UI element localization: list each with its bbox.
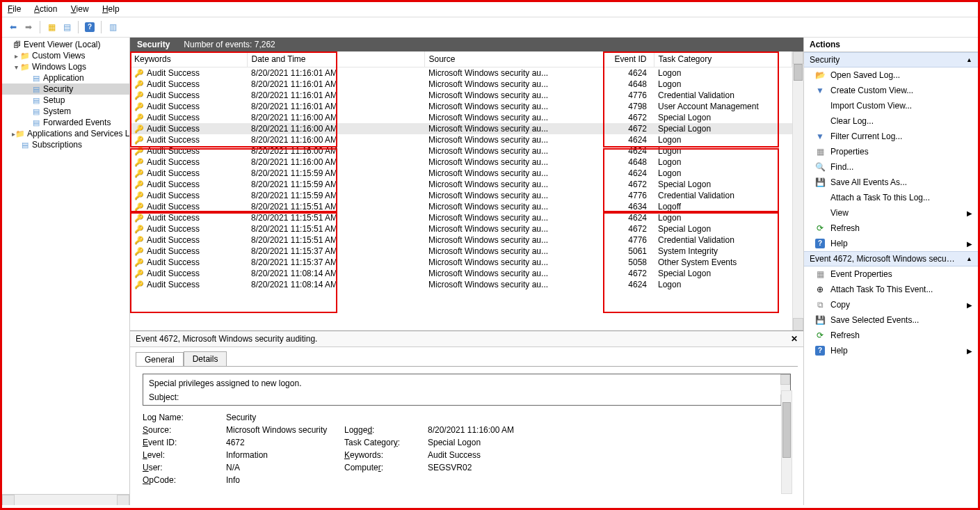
key-icon: 🔑 xyxy=(134,136,144,145)
tab-details[interactable]: Details xyxy=(184,351,227,366)
chevron-right-icon: ▶ xyxy=(967,209,972,217)
action-event-properties[interactable]: ▦Event Properties xyxy=(804,266,978,282)
action-save-all[interactable]: 💾Save All Events As... xyxy=(804,175,978,190)
event-row[interactable]: 🔑Audit Success8/20/2021 11:16:01 AMMicro… xyxy=(130,67,792,79)
filter-icon: ▼ xyxy=(814,131,826,142)
tree-setup[interactable]: ▤ Setup xyxy=(2,95,129,106)
event-row[interactable]: 🔑Audit Success8/20/2021 11:15:51 AMMicro… xyxy=(130,201,792,212)
show-pane-icon[interactable]: ▤ xyxy=(60,20,74,34)
chevron-right-icon: ▶ xyxy=(967,347,972,355)
folder-icon: 📁 xyxy=(20,62,30,72)
chevron-right-icon: ▶ xyxy=(967,240,972,248)
create-view-icon: ▼ xyxy=(814,85,826,96)
action-copy[interactable]: ⧉Copy▶ xyxy=(804,297,978,312)
tree-system[interactable]: ▤ System xyxy=(2,106,129,117)
event-row[interactable]: 🔑Audit Success8/20/2021 11:15:51 AMMicro… xyxy=(130,223,792,234)
event-row[interactable]: 🔑Audit Success8/20/2021 11:16:01 AMMicro… xyxy=(130,90,792,101)
toolbar: ⬅ ➡ ▦ ▤ ? ▥ xyxy=(2,17,978,38)
event-row[interactable]: 🔑Audit Success8/20/2021 11:16:00 AMMicro… xyxy=(130,145,792,157)
action-import-custom-view[interactable]: Import Custom View... xyxy=(804,98,978,113)
detail-vscrollbar[interactable] xyxy=(781,390,792,494)
key-icon: 🔑 xyxy=(134,125,144,134)
computer-value: SEGSVR02 xyxy=(428,463,553,472)
tree-forwarded[interactable]: ▤ Forwarded Events xyxy=(2,117,129,128)
actions-section-security[interactable]: Security ▲ xyxy=(804,52,978,67)
key-icon: 🔑 xyxy=(134,225,144,234)
log-icon: ▤ xyxy=(31,84,41,94)
preview-icon[interactable]: ▥ xyxy=(106,20,120,34)
action-refresh[interactable]: ⟳Refresh xyxy=(804,221,978,236)
grid-vscrollbar[interactable] xyxy=(792,51,803,330)
menu-file[interactable]: File xyxy=(8,4,21,14)
properties-icon: ▦ xyxy=(814,146,826,157)
logged-value: 8/20/2021 11:16:00 AM xyxy=(428,425,553,435)
event-row[interactable]: 🔑Audit Success8/20/2021 11:15:59 AMMicro… xyxy=(130,190,792,201)
blank-icon xyxy=(814,207,826,218)
event-row[interactable]: 🔑Audit Success8/20/2021 11:15:59 AMMicro… xyxy=(130,179,792,190)
blank-icon xyxy=(814,115,826,127)
tree-application[interactable]: ▤ Application xyxy=(2,72,129,83)
log-icon: ▤ xyxy=(31,95,41,105)
event-row[interactable]: 🔑Audit Success8/20/2021 11:15:37 AMMicro… xyxy=(130,246,792,257)
menu-help[interactable]: Help xyxy=(102,4,120,14)
event-row[interactable]: 🔑Audit Success8/20/2021 11:15:51 AMMicro… xyxy=(130,234,792,246)
action-find[interactable]: 🔍Find... xyxy=(804,159,978,175)
tree-hscrollbar[interactable] xyxy=(2,494,129,505)
tree-label: Application xyxy=(43,73,84,83)
event-row[interactable]: 🔑Audit Success8/20/2021 11:16:00 AMMicro… xyxy=(130,134,792,145)
action-save-selected[interactable]: 💾Save Selected Events... xyxy=(804,312,978,328)
col-eventid[interactable]: Event ID xyxy=(604,51,654,67)
tab-general[interactable]: General xyxy=(136,352,184,367)
event-row[interactable]: 🔑Audit Success8/20/2021 11:16:01 AMMicro… xyxy=(130,101,792,112)
actions-section-event[interactable]: Event 4672, Microsoft Windows security a… xyxy=(804,251,978,266)
col-datetime[interactable]: Date and Time xyxy=(247,51,424,67)
action-clear-log[interactable]: Clear Log... xyxy=(804,113,978,129)
action-view[interactable]: View▶ xyxy=(804,205,978,221)
tree-root-label: Event Viewer (Local) xyxy=(24,40,101,49)
action-help[interactable]: ?Help▶ xyxy=(804,236,978,251)
help-toolbar-icon[interactable]: ? xyxy=(83,20,97,34)
action-create-custom-view[interactable]: ▼Create Custom View... xyxy=(804,83,978,98)
event-row[interactable]: 🔑Audit Success8/20/2021 11:08:14 AMMicro… xyxy=(130,279,792,290)
show-tree-icon[interactable]: ▦ xyxy=(45,20,58,34)
event-row[interactable]: 🔑Audit Success8/20/2021 11:16:00 AMMicro… xyxy=(130,157,792,168)
col-keywords[interactable]: Keywords xyxy=(130,51,247,67)
menu-view[interactable]: View xyxy=(71,4,89,14)
action-filter-log[interactable]: ▼Filter Current Log... xyxy=(804,129,978,144)
open-icon: 📂 xyxy=(814,70,826,81)
event-row[interactable]: 🔑Audit Success8/20/2021 11:08:14 AMMicro… xyxy=(130,268,792,279)
tree-apps-services[interactable]: ▸ 📁 Applications and Services Lo xyxy=(2,128,129,139)
source-value: Microsoft Windows security xyxy=(226,425,337,435)
event-row[interactable]: 🔑Audit Success8/20/2021 11:16:00 AMMicro… xyxy=(130,112,792,123)
menu-action[interactable]: Action xyxy=(34,4,57,14)
tree-windows-logs[interactable]: ▾ 📁 Windows Logs xyxy=(2,61,129,72)
tree-root[interactable]: 🗐 Event Viewer (Local) xyxy=(2,39,129,50)
action-open-saved-log[interactable]: 📂Open Saved Log... xyxy=(804,67,978,83)
event-row[interactable]: 🔑Audit Success8/20/2021 11:15:59 AMMicro… xyxy=(130,168,792,179)
description-box: Special privileges assigned to new logon… xyxy=(143,374,791,406)
action-help2[interactable]: ?Help▶ xyxy=(804,343,978,358)
event-row[interactable]: 🔑Audit Success8/20/2021 11:15:37 AMMicro… xyxy=(130,257,792,268)
tree-custom-views[interactable]: ▸ 📁 Custom Views xyxy=(2,50,129,61)
eventid-value: 4672 xyxy=(226,438,337,447)
col-source[interactable]: Source xyxy=(424,51,604,67)
action-properties[interactable]: ▦Properties xyxy=(804,144,978,159)
action-refresh2[interactable]: ⟳Refresh xyxy=(804,328,978,343)
col-category[interactable]: Task Category xyxy=(654,51,792,67)
tree-security[interactable]: ▤ Security xyxy=(2,83,129,95)
action-attach-task-log[interactable]: Attach a Task To this Log... xyxy=(804,190,978,205)
tree-subscriptions[interactable]: ▤ Subscriptions xyxy=(2,139,129,150)
keywords-label: Keywords: xyxy=(344,450,421,460)
event-row[interactable]: 🔑Audit Success8/20/2021 11:16:00 AMMicro… xyxy=(130,123,792,134)
actions-title: Actions xyxy=(804,38,978,52)
tree-label: Forwarded Events xyxy=(43,118,111,127)
log-icon: ▤ xyxy=(31,106,41,116)
keywords-value: Audit Success xyxy=(428,450,553,460)
event-row[interactable]: 🔑Audit Success8/20/2021 11:15:51 AMMicro… xyxy=(130,212,792,223)
event-row[interactable]: 🔑Audit Success8/20/2021 11:16:01 AMMicro… xyxy=(130,79,792,90)
action-attach-task-event[interactable]: ⊕Attach Task To This Event... xyxy=(804,282,978,297)
eventviewer-icon: 🗐 xyxy=(12,40,22,49)
back-icon[interactable]: ⬅ xyxy=(6,20,20,34)
forward-icon[interactable]: ➡ xyxy=(22,20,35,34)
close-icon[interactable]: ✕ xyxy=(791,334,798,344)
